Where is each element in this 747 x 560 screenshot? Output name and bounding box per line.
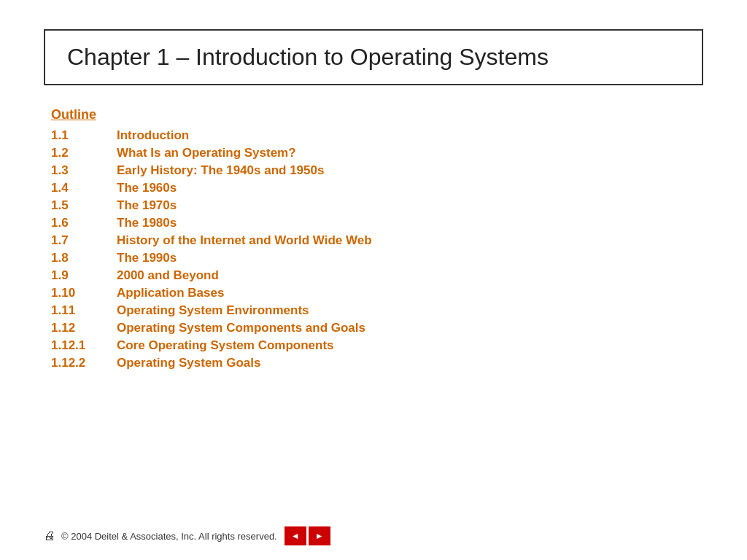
toc-row: 1.7History of the Internet and World Wid…	[51, 232, 703, 249]
toc-number: 1.9	[51, 267, 117, 284]
slide-title: Chapter 1 – Introduction to Operating Sy…	[67, 44, 549, 70]
toc-text: Operating System Environments	[117, 302, 703, 319]
toc-sub-number: 1.12.1	[51, 337, 117, 354]
toc-row: 1.4The 1960s	[51, 179, 703, 197]
title-box: Chapter 1 – Introduction to Operating Sy…	[44, 29, 703, 85]
outline-section: Outline 1.1Introduction1.2What Is an Ope…	[44, 107, 703, 372]
toc-text: The 1960s	[117, 179, 703, 197]
toc-row: 1.5The 1970s	[51, 197, 703, 214]
toc-sub-text: Core Operating System Components	[117, 337, 703, 354]
toc-row: 1.6The 1980s	[51, 214, 703, 232]
toc-row: 1.10Application Bases	[51, 284, 703, 302]
toc-text: The 1970s	[117, 197, 703, 214]
toc-number: 1.5	[51, 197, 117, 214]
toc-text: The 1990s	[117, 249, 703, 267]
footer: 🖨 © 2004 Deitel & Associates, Inc. All r…	[0, 526, 747, 545]
toc-sub-row: 1.12.2Operating System Goals	[51, 354, 703, 372]
toc-sub-row: 1.12.1Core Operating System Components	[51, 337, 703, 354]
toc-text: What Is an Operating System?	[117, 144, 703, 162]
toc-number: 1.1	[51, 127, 117, 144]
prev-button[interactable]: ◄	[285, 526, 306, 545]
toc-number: 1.4	[51, 179, 117, 197]
toc-number: 1.6	[51, 214, 117, 232]
outline-label: Outline	[51, 107, 703, 122]
toc-text: 2000 and Beyond	[117, 267, 703, 284]
deitel-icon: 🖨	[44, 529, 55, 542]
toc-number: 1.11	[51, 302, 117, 319]
toc-number: 1.12	[51, 319, 117, 337]
toc-text: History of the Internet and World Wide W…	[117, 232, 703, 249]
toc-row: 1.12Operating System Components and Goal…	[51, 319, 703, 337]
toc-row: 1.3Early History: The 1940s and 1950s	[51, 162, 703, 179]
toc-row: 1.92000 and Beyond	[51, 267, 703, 284]
slide-container: Chapter 1 – Introduction to Operating Sy…	[0, 0, 747, 560]
toc-row: 1.2What Is an Operating System?	[51, 144, 703, 162]
toc-row: 1.8The 1990s	[51, 249, 703, 267]
toc-text: Application Bases	[117, 284, 703, 302]
toc-text: Operating System Components and Goals	[117, 319, 703, 337]
toc-row: 1.11Operating System Environments	[51, 302, 703, 319]
toc-row: 1.1Introduction	[51, 127, 703, 144]
toc-text: The 1980s	[117, 214, 703, 232]
toc-number: 1.10	[51, 284, 117, 302]
toc-number: 1.7	[51, 232, 117, 249]
next-button[interactable]: ►	[309, 526, 330, 545]
toc-sub-number: 1.12.2	[51, 354, 117, 372]
toc-text: Early History: The 1940s and 1950s	[117, 162, 703, 179]
toc-number: 1.3	[51, 162, 117, 179]
toc-number: 1.8	[51, 249, 117, 267]
toc-table: 1.1Introduction1.2What Is an Operating S…	[51, 127, 703, 372]
nav-buttons: ◄ ►	[285, 526, 330, 545]
toc-number: 1.2	[51, 144, 117, 162]
copyright-text: © 2004 Deitel & Associates, Inc. All rig…	[61, 531, 277, 542]
toc-text: Introduction	[117, 127, 703, 144]
toc-sub-text: Operating System Goals	[117, 354, 703, 372]
